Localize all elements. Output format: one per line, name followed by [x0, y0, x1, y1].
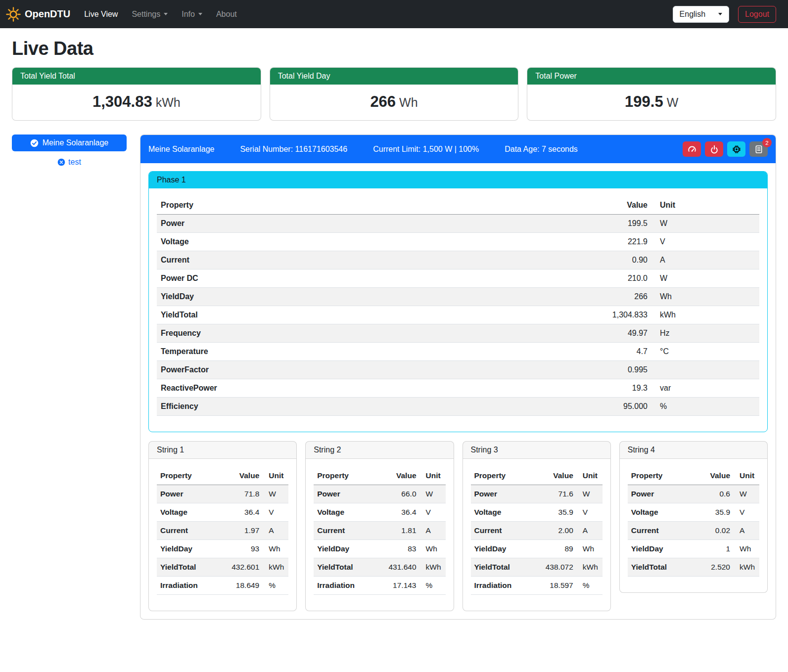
gauge-icon	[688, 145, 696, 154]
nav-links: Live View Settings Info About	[77, 6, 244, 23]
unit-cell: W	[263, 485, 288, 503]
unit-cell: Wh	[263, 540, 288, 558]
main-row: Meine Solaranlage test Meine Solaranlage…	[12, 134, 776, 620]
table-row: YieldTotal432.601kWh	[157, 558, 288, 577]
value-cell: 93	[216, 540, 263, 558]
chevron-down-icon	[198, 13, 202, 15]
value-cell: 0.995	[453, 361, 651, 379]
sidebar-test-link[interactable]: test	[12, 158, 127, 167]
value-cell: 266	[453, 288, 651, 306]
value-cell: 36.4	[373, 503, 420, 522]
table-row: Voltage36.4V	[157, 503, 288, 522]
table-row: Irradiation17.143%	[314, 577, 445, 595]
nav-live-view[interactable]: Live View	[77, 6, 125, 23]
property-cell: Voltage	[471, 503, 530, 522]
property-cell: YieldTotal	[157, 306, 453, 324]
sun-logo-icon	[6, 7, 21, 22]
property-cell: Power	[628, 485, 693, 503]
col-property: Property	[157, 467, 216, 485]
inverter-select-button[interactable]: Meine Solaranlage	[12, 134, 127, 151]
table-row: YieldDay266Wh	[157, 288, 759, 306]
phase-card-header: Phase 1	[149, 172, 767, 188]
property-cell: Voltage	[314, 503, 373, 522]
unit-cell: W	[651, 215, 759, 233]
language-select[interactable]: English	[673, 6, 729, 23]
table-row: Current0.90A	[157, 251, 759, 269]
col-value: Value	[373, 467, 420, 485]
unit-cell: var	[651, 379, 759, 398]
phase-table-body: Power199.5WVoltage221.9VCurrent0.90APowe…	[157, 215, 759, 416]
card-value: 199.5W	[527, 85, 776, 120]
value-cell: 432.601	[216, 558, 263, 577]
value-cell: 199.5	[453, 215, 651, 233]
table-row: Power66.0W	[314, 485, 445, 503]
table-row: Current0.02A	[628, 522, 759, 540]
property-cell: Irradiation	[471, 577, 530, 595]
col-value: Value	[693, 467, 734, 485]
table-row: YieldTotal1,304.833kWh	[157, 306, 759, 324]
value-cell: 71.6	[530, 485, 577, 503]
value-cell: 221.9	[453, 233, 651, 251]
string-table-body: Power0.6WVoltage35.9VCurrent0.02AYieldDa…	[628, 485, 759, 577]
string-table-wrap: Property Value Unit Power66.0WVoltage36.…	[306, 459, 453, 611]
property-cell: PowerFactor	[157, 361, 453, 379]
unit-cell: Wh	[734, 540, 759, 558]
value-cell: 0.02	[693, 522, 734, 540]
table-row: Voltage221.9V	[157, 233, 759, 251]
property-cell: Current	[314, 522, 373, 540]
event-log-button[interactable]: 2	[749, 141, 768, 157]
col-property: Property	[157, 196, 453, 215]
value-cell: 19.3	[453, 379, 651, 398]
unit-cell: A	[420, 522, 446, 540]
phase-table: Property Value Unit Power199.5WVoltage22…	[157, 196, 759, 416]
card-total-yield-day: Total Yield Day 266Wh	[270, 67, 519, 121]
card-total-yield-total: Total Yield Total 1,304.83kWh	[12, 67, 261, 121]
unit-cell: A	[577, 522, 603, 540]
limit-settings-button[interactable]	[683, 141, 701, 157]
string-table: Property Value Unit Power71.6WVoltage35.…	[471, 467, 603, 595]
inverter-select-label: Meine Solaranlage	[43, 138, 108, 147]
unit-cell: V	[734, 503, 759, 522]
nav-about[interactable]: About	[209, 6, 244, 23]
string-card-header: String 2	[306, 442, 453, 459]
table-row: Voltage35.9V	[628, 503, 759, 522]
brand[interactable]: OpenDTU	[6, 7, 70, 22]
logout-button[interactable]: Logout	[738, 6, 776, 23]
unit-cell	[651, 361, 759, 379]
strings-grid: String 1 Property Value Unit	[148, 441, 768, 611]
unit-cell: V	[420, 503, 446, 522]
device-info-button[interactable]	[727, 141, 745, 157]
value-cell: 17.143	[373, 577, 420, 595]
table-header-row: Property Value Unit	[628, 467, 759, 485]
sidebar: Meine Solaranlage test	[12, 134, 127, 167]
value-cell: 438.072	[530, 558, 577, 577]
string-table-wrap: Property Value Unit Power71.6WVoltage35.…	[463, 459, 610, 611]
nav-info[interactable]: Info	[175, 6, 209, 23]
unit-cell: kWh	[577, 558, 603, 577]
value-cell: 0.90	[453, 251, 651, 269]
inverter-actions: 2	[683, 141, 768, 157]
power-button[interactable]	[705, 141, 723, 157]
table-row: Current1.81A	[314, 522, 445, 540]
journal-icon	[754, 145, 763, 154]
card-header: Total Yield Day	[270, 68, 518, 85]
col-property: Property	[471, 467, 530, 485]
property-cell: Current	[157, 522, 216, 540]
unit-cell: A	[651, 251, 759, 269]
string-table-body: Power71.6WVoltage35.9VCurrent2.00AYieldD…	[471, 485, 603, 595]
inverter-serial: Serial Number: 116171603546	[240, 145, 347, 154]
property-cell: YieldTotal	[628, 558, 693, 577]
string-card-3: String 3 Property Value Unit	[463, 441, 611, 611]
table-row: Efficiency95.000%	[157, 398, 759, 416]
phase-table-head: Property Value Unit	[157, 196, 759, 215]
value-cell: 95.000	[453, 398, 651, 416]
property-cell: Power	[471, 485, 530, 503]
table-row: Power DC210.0W	[157, 269, 759, 288]
table-row: Voltage36.4V	[314, 503, 445, 522]
chevron-down-icon	[718, 13, 722, 15]
property-cell: YieldDay	[471, 540, 530, 558]
card-value-number: 266	[370, 93, 396, 110]
nav-settings[interactable]: Settings	[125, 6, 175, 23]
unit-cell: W	[577, 485, 603, 503]
table-row: Voltage35.9V	[471, 503, 603, 522]
